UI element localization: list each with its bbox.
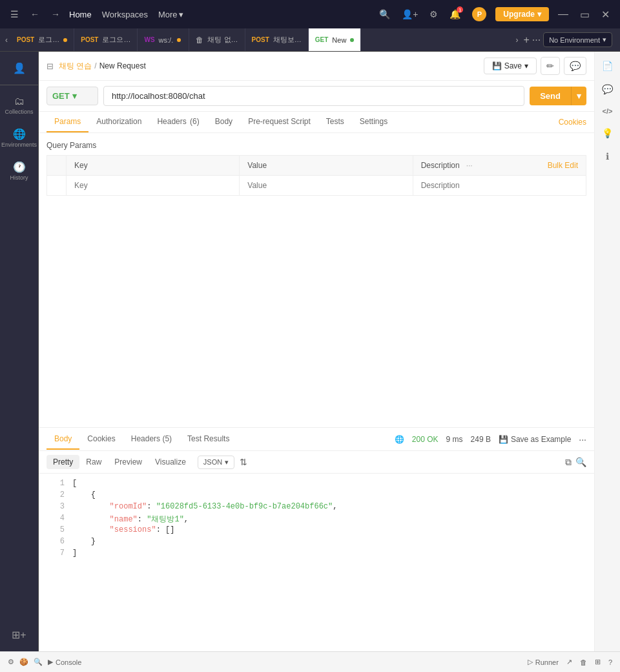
line-4: 4 "name": "채팅방1",	[46, 514, 586, 525]
sidebar-item-collections[interactable]: 🗂 Collections	[3, 90, 36, 120]
tab-post-chat[interactable]: POST 채팅보…	[245, 28, 309, 51]
params-title: Query Params	[46, 141, 586, 150]
code-tab-visualize[interactable]: Visualize	[149, 455, 192, 469]
close-button[interactable]: ✕	[599, 6, 612, 23]
save-example-button[interactable]: 💾 Save as Example	[499, 435, 571, 444]
workspaces-icon: ⊞+	[12, 629, 26, 641]
comment-button[interactable]: 💬	[564, 57, 586, 75]
nav-home[interactable]: Home	[69, 10, 92, 19]
breadcrumb-parent[interactable]: 채팅 연습	[59, 61, 92, 72]
tab-get-new[interactable]: GET New	[309, 28, 362, 51]
sort-icon[interactable]: ⇅	[240, 457, 247, 467]
settings-button[interactable]: ⚙	[427, 6, 440, 22]
tab-label: 로그으…	[102, 35, 130, 45]
nav-workspaces[interactable]: Workspaces	[102, 10, 148, 19]
collections-icon: 🗂	[14, 96, 25, 107]
tab-ws[interactable]: WS ws:/.	[138, 28, 189, 51]
resp-tab-body[interactable]: Body	[46, 429, 79, 450]
code-tab-raw[interactable]: Raw	[79, 455, 108, 469]
tab-delete[interactable]: 🗑 채팅 없…	[189, 28, 245, 51]
copy-button[interactable]: ⧉	[565, 457, 572, 468]
json-format-selector[interactable]: JSON ▾	[198, 456, 234, 469]
notifications-button[interactable]: 🔔 1	[447, 6, 463, 22]
more-options-button[interactable]: ···	[579, 434, 586, 445]
search-button[interactable]: 🔍	[377, 6, 393, 22]
checkbox-header	[47, 156, 67, 176]
search-status-button[interactable]: 🔍	[34, 658, 43, 666]
tab-body[interactable]: Body	[207, 112, 240, 132]
cookie-status-button[interactable]: 🍪	[19, 658, 28, 666]
comments-button[interactable]: 💬	[598, 80, 617, 98]
nav-more[interactable]: More ▾	[158, 10, 183, 19]
send-dropdown-button[interactable]: ▾	[571, 87, 586, 105]
help-button[interactable]: ?	[608, 658, 612, 666]
value-cell[interactable]	[240, 176, 413, 196]
new-tab-button[interactable]: +	[523, 34, 529, 46]
save-icon: 💾	[499, 435, 508, 444]
tab-authorization[interactable]: Authorization	[88, 112, 149, 132]
menu-toggle-button[interactable]: ☰	[8, 6, 21, 22]
sidebar-item-history[interactable]: 🕐 History	[3, 156, 36, 186]
key-cell[interactable]	[67, 176, 240, 196]
trash-button[interactable]: 🗑	[580, 658, 587, 666]
forward-button[interactable]: →	[48, 6, 63, 22]
code-tab-preview[interactable]: Preview	[108, 455, 149, 469]
method-label: GET	[52, 91, 70, 101]
resp-tab-cookies[interactable]: Cookies	[79, 429, 123, 450]
sidebar-item-account[interactable]: 👤	[3, 57, 36, 79]
invite-button[interactable]: 👤+	[399, 6, 420, 22]
grid-button[interactable]: ⊞	[595, 658, 601, 666]
code-tab-pretty[interactable]: Pretty	[46, 455, 79, 469]
environment-selector[interactable]: No Environment ▾	[543, 32, 612, 47]
description-input[interactable]	[421, 181, 578, 190]
share-button[interactable]: ↗	[566, 658, 572, 666]
code-view-tabs: Pretty Raw Preview Visualize JSON ▾ ⇅ ⧉	[39, 451, 594, 474]
tab-params[interactable]: Params	[46, 112, 88, 132]
method-selector[interactable]: GET ▾	[46, 87, 98, 105]
cookies-link[interactable]: Cookies	[559, 118, 586, 127]
more-tabs-button[interactable]: ···	[532, 34, 541, 46]
left-sidebar: 👤 🗂 Collections 🌐 Environments 🕐 History…	[0, 52, 39, 651]
bulk-edit-link[interactable]: Bulk Edit	[548, 161, 578, 170]
tab-actions: › + ··· No Environment ▾	[513, 32, 617, 47]
resp-tab-test-results[interactable]: Test Results	[180, 429, 237, 450]
lightbulb-button[interactable]: 💡	[598, 124, 617, 142]
response-size: 249 B	[471, 435, 491, 444]
sidebar-item-environments[interactable]: 🌐 Environments	[3, 123, 36, 153]
tab-scroll-right[interactable]: ›	[513, 33, 521, 47]
upgrade-button[interactable]: Upgrade ▾	[495, 7, 549, 21]
sidebar-item-workspaces[interactable]: ⊞+	[3, 624, 36, 646]
unsaved-dot	[177, 38, 181, 42]
minimize-button[interactable]: —	[555, 6, 571, 23]
settings-status-button[interactable]: ⚙	[8, 658, 14, 666]
more-options-btn[interactable]: ···	[466, 161, 473, 170]
info-button[interactable]: ℹ	[602, 147, 613, 165]
resp-tab-headers[interactable]: Headers (5)	[123, 429, 180, 450]
tab-scroll-left[interactable]: ‹	[3, 33, 10, 47]
send-button[interactable]: Send	[530, 87, 571, 105]
tab-headers[interactable]: Headers (6)	[149, 112, 207, 132]
edit-button[interactable]: ✏	[541, 57, 560, 75]
runner-button[interactable]: ▷ Runner	[528, 658, 559, 666]
status-code: 200 OK	[412, 435, 439, 444]
search-code-button[interactable]: 🔍	[575, 457, 586, 468]
save-button[interactable]: 💾 Save ▾	[484, 58, 537, 74]
url-input[interactable]	[103, 86, 524, 106]
postman-logo[interactable]: P	[470, 5, 489, 24]
description-cell[interactable]	[413, 176, 586, 196]
tab-label: ws:/.	[159, 36, 174, 44]
maximize-button[interactable]: ▭	[577, 6, 592, 23]
method-chevron: ▾	[72, 91, 77, 101]
tab-post-log1[interactable]: POST 로그…	[10, 28, 74, 51]
document-button[interactable]: 📄	[598, 57, 617, 75]
code-button[interactable]: </>	[599, 103, 617, 119]
tab-tests[interactable]: Tests	[318, 112, 352, 132]
key-input[interactable]	[74, 181, 231, 190]
console-button[interactable]: ▶ Console	[48, 658, 81, 666]
tab-post-log2[interactable]: POST 로그으…	[74, 28, 138, 51]
tab-bar: ‹ POST 로그… POST 로그으… WS ws:/. 🗑 채팅 없… PO…	[0, 28, 620, 52]
tab-settings[interactable]: Settings	[352, 112, 395, 132]
tab-pre-request[interactable]: Pre-request Script	[240, 112, 318, 132]
value-input[interactable]	[247, 181, 404, 190]
back-button[interactable]: ←	[28, 6, 42, 22]
